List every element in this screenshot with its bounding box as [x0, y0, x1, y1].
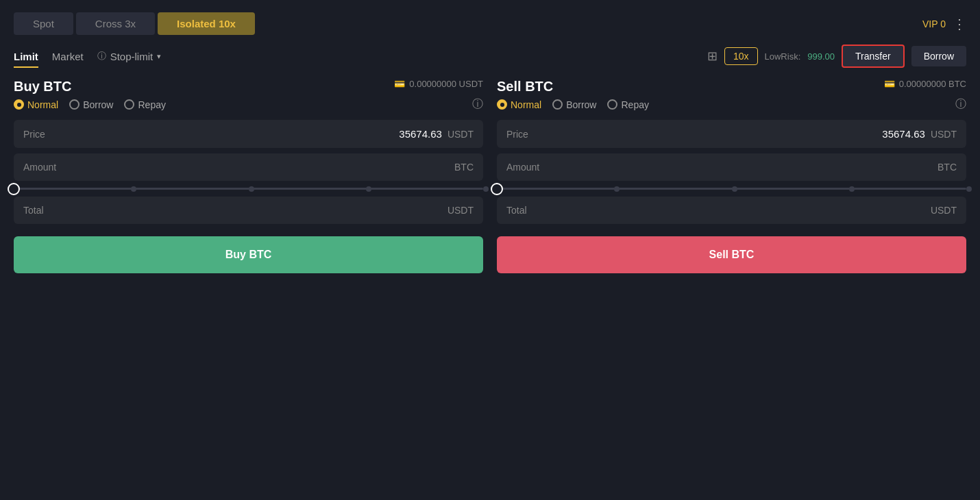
- buy-radio-normal[interactable]: Normal: [14, 99, 58, 110]
- buy-radio-borrow[interactable]: Borrow: [69, 99, 113, 110]
- buy-slider-dot-2: [249, 186, 254, 192]
- buy-slider-dot-1: [131, 186, 136, 192]
- transfer-button[interactable]: Transfer: [842, 45, 905, 68]
- sell-balance-row: 💳 0.00000000 BTC: [884, 79, 966, 89]
- tab-spot[interactable]: Spot: [14, 12, 73, 35]
- sell-radio-borrow[interactable]: Borrow: [552, 99, 596, 110]
- sell-balance-value: 0.00000000 BTC: [899, 79, 966, 89]
- sell-total-field[interactable]: Total USDT: [497, 197, 966, 224]
- stop-limit-label: Stop-limit: [110, 51, 154, 62]
- card-icon-buy: 💳: [394, 79, 405, 89]
- sell-button[interactable]: Sell BTC: [497, 236, 966, 273]
- buy-amount-label: Amount: [23, 162, 56, 173]
- sell-radio-repay[interactable]: Repay: [607, 99, 648, 110]
- buy-total-currency: USDT: [448, 205, 474, 216]
- buy-button[interactable]: Buy BTC: [14, 236, 483, 273]
- buy-radio-group: Normal Borrow Repay ⓘ: [14, 97, 483, 112]
- sell-slider-dot-3: [849, 186, 855, 192]
- sell-price-currency: USDT: [931, 129, 957, 140]
- sell-amount-label: Amount: [506, 162, 539, 173]
- sell-total-currency: USDT: [931, 205, 957, 216]
- sell-price-value: 35674.63: [882, 128, 925, 140]
- buy-total-field[interactable]: Total USDT: [14, 197, 483, 224]
- sell-slider-dot-1: [614, 186, 620, 192]
- sell-slider-thumb[interactable]: [491, 183, 503, 195]
- sell-panel: Sell BTC 💳 0.00000000 BTC Normal Borrow: [497, 79, 966, 273]
- buy-amount-currency: BTC: [454, 162, 474, 173]
- leverage-button[interactable]: 10x: [724, 47, 758, 65]
- buy-radio-repay-circle: [124, 99, 134, 110]
- chevron-down-icon: ▾: [157, 52, 161, 61]
- lowrisk-label: LowRisk:: [765, 51, 801, 62]
- sell-price-label: Price: [506, 129, 528, 140]
- order-type-group: Limit Market ⓘ Stop-limit ▾: [14, 47, 707, 66]
- buy-info-button[interactable]: ⓘ: [472, 97, 483, 112]
- tab-group: Spot Cross 3x Isolated 10x: [14, 12, 255, 35]
- buy-slider-dot-3: [366, 186, 371, 192]
- order-controls-right: ⊞ 10x LowRisk: 999.00 Transfer Borrow: [707, 45, 966, 68]
- sell-radio-repay-circle: [607, 99, 617, 110]
- buy-balance-value: 0.00000000 USDT: [409, 79, 483, 89]
- top-right: VIP 0 ⋮: [922, 16, 966, 32]
- buy-radio-normal-circle: [14, 99, 24, 110]
- buy-total-label: Total: [23, 205, 44, 216]
- buy-panel: Buy BTC 💳 0.00000000 USDT Normal Borrow: [14, 79, 483, 273]
- tab-cross[interactable]: Cross 3x: [76, 12, 155, 35]
- buy-slider[interactable]: [14, 188, 483, 190]
- sell-radio-normal-circle: [497, 99, 507, 110]
- vip-label: VIP 0: [922, 18, 946, 29]
- buy-slider-track[interactable]: [14, 188, 483, 190]
- sell-price-field[interactable]: Price 35674.63 USDT: [497, 120, 966, 148]
- info-circle-icon: ⓘ: [97, 50, 106, 62]
- buy-radio-repay[interactable]: Repay: [124, 99, 165, 110]
- sell-slider[interactable]: [497, 188, 966, 190]
- tab-isolated[interactable]: Isolated 10x: [158, 12, 255, 35]
- sell-slider-dot-4: [966, 186, 972, 192]
- buy-slider-dot-4: [483, 186, 489, 192]
- order-type-limit[interactable]: Limit: [14, 47, 38, 66]
- sell-slider-track[interactable]: [497, 188, 966, 190]
- sell-info-button[interactable]: ⓘ: [955, 97, 966, 112]
- sell-radio-group: Normal Borrow Repay ⓘ: [497, 97, 966, 112]
- sell-radio-normal[interactable]: Normal: [497, 99, 541, 110]
- buy-balance-row: 💳 0.00000000 USDT: [394, 79, 483, 89]
- sell-slider-dot-2: [732, 186, 737, 192]
- buy-price-label: Price: [23, 129, 45, 140]
- buy-slider-thumb[interactable]: [8, 183, 20, 195]
- buy-radio-borrow-circle: [69, 99, 79, 110]
- calculator-icon[interactable]: ⊞: [707, 49, 718, 64]
- sell-amount-field[interactable]: Amount BTC: [497, 153, 966, 181]
- buy-amount-field[interactable]: Amount BTC: [14, 153, 483, 181]
- sell-radio-borrow-circle: [552, 99, 563, 110]
- sell-amount-currency: BTC: [938, 162, 957, 173]
- sell-panel-title: Sell BTC: [497, 79, 553, 95]
- buy-price-field[interactable]: Price 35674.63 USDT: [14, 120, 483, 148]
- card-icon-sell: 💳: [884, 79, 895, 89]
- borrow-top-button[interactable]: Borrow: [911, 46, 966, 66]
- buy-price-value: 35674.63: [399, 128, 442, 140]
- order-type-stop-limit[interactable]: ⓘ Stop-limit ▾: [97, 50, 162, 62]
- buy-panel-title: Buy BTC: [14, 79, 71, 95]
- buy-price-currency: USDT: [448, 129, 474, 140]
- sell-total-label: Total: [506, 205, 527, 216]
- more-options-button[interactable]: ⋮: [953, 16, 966, 32]
- order-type-market[interactable]: Market: [52, 47, 84, 66]
- lowrisk-value: 999.00: [807, 51, 835, 62]
